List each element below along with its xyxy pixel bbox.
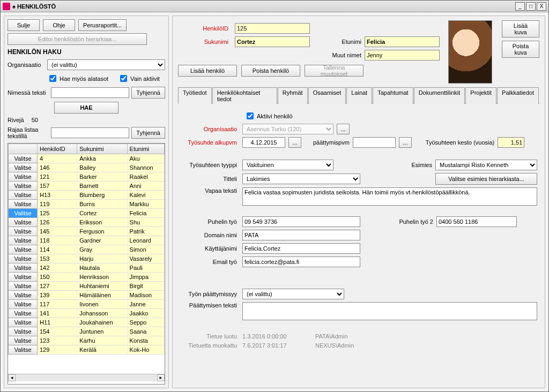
tab-dokumenttilinkit[interactable]: Dokumenttilinkit [414,87,465,104]
endreason-select[interactable]: (ei valittu) [242,289,344,299]
select-row-button[interactable]: Valitse [9,245,38,254]
table-row[interactable]: Valitse153HarjuVasarely [9,254,165,263]
select-row-button[interactable]: Valitse [9,163,38,172]
select-row-button[interactable]: Valitse [9,263,38,273]
select-row-button[interactable]: Valitse [9,254,38,263]
table-row[interactable]: Valitse119BurnsMarkku [9,200,165,209]
select-row-button[interactable]: Valitse [9,154,38,163]
othernames-field[interactable] [365,50,440,61]
clear-filter-button[interactable]: Tyhjennä [131,127,165,139]
tab-projektit[interactable]: Projektit [465,87,496,104]
scroll-right-icon[interactable]: ► [157,374,165,381]
horizontal-scrollbar[interactable]: ◄ ► [8,374,165,381]
search-button[interactable]: HAE [54,102,118,114]
form-org-select[interactable]: Asennus Turku (120) [242,124,333,134]
email-field[interactable] [242,257,360,267]
add-photo-button[interactable]: Lisää kuva [502,20,539,37]
freetext-field[interactable]: Felicia vastaa sopimusten juridista seik… [242,187,537,206]
table-row[interactable]: ValitseH13BlumbergKalevi [9,191,165,200]
table-row[interactable]: Valitse129KeräläKok-Ho [9,345,165,355]
close-button[interactable]: Sulje [8,19,40,31]
select-row-button[interactable]: Valitse [9,345,38,355]
table-row[interactable]: Valitse150HenrikssonJimppa [9,273,165,282]
table-row[interactable]: Valitse142HautalaPauli [9,263,165,273]
table-row[interactable]: Valitse127HuhtaniemiBirgit [9,282,165,291]
select-row-button[interactable]: Valitse [9,209,38,218]
minimize-button[interactable]: _ [515,2,525,11]
select-row-button[interactable]: Valitse [9,291,38,300]
domain-field[interactable] [242,230,360,240]
select-row-button[interactable]: Valitse [9,282,38,291]
tab-osaamiset[interactable]: Osaamiset [308,87,346,104]
delete-person-button[interactable]: Poista henkilö [241,65,300,77]
tab-henkilökohtaiset-tiedot[interactable]: Henkilökohtaiset tiedot [212,87,277,104]
select-row-button[interactable]: Valitse [9,327,38,336]
boss-select[interactable]: Mustalampi Risto Kenneth [435,160,537,170]
help-button[interactable]: Ohje [43,19,75,31]
active-person-checkbox[interactable]: Aktiivi henkilö [244,111,293,121]
select-row-button[interactable]: Valitse [9,227,38,236]
select-row-button[interactable]: Valitse [9,318,38,327]
phone2-field[interactable] [436,216,517,227]
reports-button[interactable]: Perusraportit... [78,19,127,31]
org-select[interactable]: (ei valittu) [47,59,165,70]
endtext-field[interactable] [242,302,537,320]
scroll-left-icon[interactable]: ◄ [8,374,16,381]
start-date-picker-button[interactable]: ... [288,137,301,148]
select-row-button[interactable]: Valitse [9,236,38,245]
boss-hierarchy-button[interactable]: Valitse esimies hierarkiasta... [435,173,537,185]
delete-photo-button[interactable]: Poista kuva [502,41,539,58]
table-row[interactable]: Valitse126ErikssonShu [9,218,165,227]
col-first[interactable]: Etunimi [127,144,164,154]
table-row[interactable]: Valitse141JohanssonJaakko [9,309,165,318]
table-row[interactable]: Valitse117IivonenJanne [9,300,165,309]
select-row-button[interactable]: Valitse [9,172,38,182]
phone1-field[interactable] [242,216,360,227]
clear-name-button[interactable]: Tyhjennä [131,87,165,99]
tab-työtiedot[interactable]: Työtiedot [178,87,212,104]
select-row-button[interactable]: Valitse [9,200,38,209]
firstname-field[interactable] [365,36,440,47]
table-row[interactable]: Valitse154JuntunenSaana [9,327,165,336]
grid-scroll[interactable]: HenkiloID Sukunimi Etunimi Valitse4Ankka… [8,144,165,374]
col-id[interactable]: HenkiloID [38,144,77,154]
tab-tapahtumat[interactable]: Tapahtumat [373,87,413,104]
table-row[interactable]: Valitse157BarnettAnni [9,182,165,191]
select-row-button[interactable]: Valitse [9,273,38,282]
table-row[interactable]: Valitse121BarkerRaakel [9,172,165,182]
tab-lainat[interactable]: Lainat [346,87,372,104]
select-row-button[interactable]: Valitse [9,182,38,191]
table-row[interactable]: Valitse139HämäläinenMadison [9,291,165,300]
end-date-picker-button[interactable]: ... [399,137,412,148]
select-row-button[interactable]: Valitse [9,218,38,227]
start-date-field[interactable] [242,137,285,148]
username-field[interactable] [242,243,360,254]
table-row[interactable]: Valitse114GraySimon [9,245,165,254]
select-row-button[interactable]: Valitse [9,191,38,200]
table-row[interactable]: Valitse123KarhuKonsta [9,336,165,345]
end-date-field[interactable] [353,137,396,148]
filter-input[interactable] [51,127,129,138]
maximize-button[interactable]: □ [526,2,536,11]
col-select[interactable] [9,144,38,154]
select-row-button[interactable]: Valitse [9,336,38,345]
select-row-button[interactable]: Valitse [9,300,38,309]
table-row[interactable]: Valitse125CortezFelicia [9,209,165,218]
type-select[interactable]: Vakituinen [242,160,333,170]
title-select[interactable]: Lakimies [242,174,360,184]
table-row[interactable]: Valitse145FergusonPatrik [9,227,165,236]
table-row[interactable]: Valitse118GardnerLeonard [9,236,165,245]
org-browse-button[interactable]: ... [337,124,350,134]
active-only-checkbox[interactable]: Vain aktiivit [118,73,160,84]
select-row-button[interactable]: Valitse [9,309,38,318]
table-row[interactable]: Valitse146BaileyShannon [9,163,165,172]
tab-ryhmät[interactable]: Ryhmät [278,87,308,104]
save-changes-button[interactable]: Tallenna muutokset [305,65,363,77]
close-window-button[interactable]: X [537,2,546,11]
table-row[interactable]: Valitse4AnkkaAku [9,154,165,163]
edit-hierarchy-button[interactable]: Editoi henkilöstön hierarkiaa... [8,33,147,45]
sublevels-checkbox[interactable]: Hae myös alatasot [47,73,108,84]
col-last[interactable]: Sukunimi [77,144,127,154]
table-row[interactable]: ValitseH11JoukahainenSeppo [9,318,165,327]
name-text-input[interactable] [51,87,129,98]
